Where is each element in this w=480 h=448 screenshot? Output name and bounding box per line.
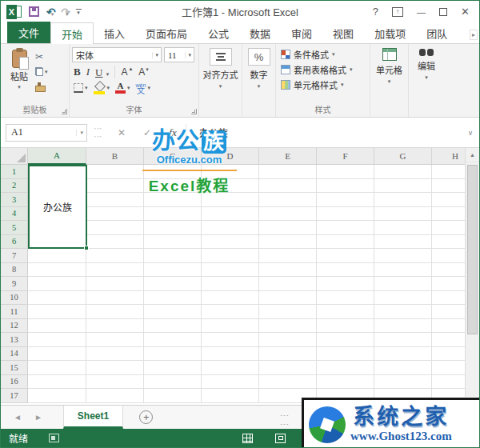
- bold-button[interactable]: B: [74, 66, 81, 78]
- formula-bar-splitter[interactable]: ⋮⋮: [87, 125, 109, 141]
- ribbon-display-options-button[interactable]: ↑: [392, 7, 403, 17]
- cell-A11[interactable]: [28, 305, 86, 319]
- ribbon-tab[interactable]: 视图: [322, 22, 364, 43]
- cell-G8[interactable]: [374, 263, 432, 278]
- undo-dropdown-icon[interactable]: ▾: [51, 11, 54, 17]
- enter-button[interactable]: ✓: [134, 127, 160, 138]
- cell-A7[interactable]: [28, 249, 86, 263]
- cell-B5[interactable]: [86, 221, 144, 235]
- cell-D5[interactable]: [202, 221, 259, 235]
- new-sheet-button[interactable]: +: [139, 410, 153, 424]
- cell-E7[interactable]: [259, 249, 317, 263]
- row-header-3[interactable]: 3: [1, 193, 28, 207]
- row-header-6[interactable]: 6: [1, 235, 28, 250]
- cell-B14[interactable]: [86, 347, 144, 362]
- cell-F16[interactable]: [317, 375, 374, 390]
- cell-D1[interactable]: [202, 165, 259, 179]
- tab-scrollbar-splitter[interactable]: ⋮⋮: [282, 411, 286, 429]
- cell-B8[interactable]: [86, 263, 144, 278]
- cell-G14[interactable]: [374, 347, 432, 362]
- cell-F1[interactable]: [317, 165, 374, 179]
- column-header-A[interactable]: A: [28, 148, 86, 165]
- cell-B13[interactable]: [86, 333, 144, 347]
- cell-F9[interactable]: [317, 277, 374, 291]
- cell-D6[interactable]: [202, 235, 259, 250]
- format-as-table-button[interactable]: 套用表格格式▾: [281, 63, 367, 76]
- tabs-overflow-icon[interactable]: ▸: [470, 30, 478, 40]
- cell-A14[interactable]: [28, 347, 86, 362]
- row-header-14[interactable]: 14: [1, 347, 28, 362]
- scrollbar-thumb[interactable]: [467, 165, 478, 334]
- copy-button[interactable]: ▾: [35, 66, 48, 78]
- ribbon-tab[interactable]: 公式: [198, 22, 239, 43]
- page-layout-view-icon[interactable]: [275, 434, 286, 443]
- borders-button[interactable]: ▾: [74, 82, 88, 94]
- cell-C10[interactable]: [144, 291, 202, 306]
- formula-input[interactable]: 办公族: [186, 124, 462, 142]
- sheet-tab-sheet1[interactable]: Sheet1: [63, 406, 123, 429]
- cell-E16[interactable]: [259, 375, 317, 390]
- cell-D12[interactable]: [202, 319, 259, 334]
- cell-G16[interactable]: [374, 375, 432, 390]
- cell-C2[interactable]: [144, 179, 202, 194]
- cell-C4[interactable]: [144, 207, 202, 222]
- fill-handle[interactable]: [84, 246, 89, 250]
- cell-B15[interactable]: [86, 361, 144, 375]
- cells-button[interactable]: 单元格 ▾: [370, 44, 408, 117]
- select-all-button[interactable]: [1, 148, 28, 165]
- cell-G12[interactable]: [374, 319, 432, 334]
- cell-D7[interactable]: [202, 249, 259, 263]
- cell-G10[interactable]: [374, 291, 432, 306]
- cell-E5[interactable]: [259, 221, 317, 235]
- ribbon-tab[interactable]: 加载项: [364, 22, 416, 43]
- cell-B6[interactable]: [86, 235, 144, 250]
- cell-A12[interactable]: [28, 319, 86, 334]
- row-header-15[interactable]: 15: [1, 361, 28, 375]
- column-header-C[interactable]: C: [144, 148, 202, 165]
- cell-D17[interactable]: [202, 389, 259, 403]
- cell-G13[interactable]: [374, 333, 432, 347]
- font-name-combo[interactable]: 宋体▾: [72, 47, 162, 62]
- cell-B1[interactable]: [86, 165, 144, 179]
- cell-A10[interactable]: [28, 291, 86, 306]
- chevron-down-icon[interactable]: ▾: [76, 130, 86, 136]
- cell-F8[interactable]: [317, 263, 374, 278]
- row-header-7[interactable]: 7: [1, 249, 28, 263]
- row-header-9[interactable]: 9: [1, 277, 28, 291]
- macro-record-icon[interactable]: [49, 434, 59, 442]
- customize-qat-button[interactable]: ▾: [76, 9, 82, 14]
- clipboard-dialog-launcher-icon[interactable]: [62, 109, 67, 114]
- ribbon-tab[interactable]: 页面布局: [135, 22, 198, 43]
- save-icon[interactable]: [29, 6, 39, 17]
- tab-file[interactable]: 文件: [7, 22, 50, 43]
- cell-D8[interactable]: [202, 263, 259, 278]
- cell-F10[interactable]: [317, 291, 374, 306]
- cell-C8[interactable]: [144, 263, 202, 278]
- row-header-5[interactable]: 5: [1, 221, 28, 235]
- cell-A16[interactable]: [28, 375, 86, 390]
- cell-B12[interactable]: [86, 319, 144, 334]
- cell-B17[interactable]: [86, 389, 144, 403]
- cell-G15[interactable]: [374, 361, 432, 375]
- cell-B9[interactable]: [86, 277, 144, 291]
- cell-F7[interactable]: [317, 249, 374, 263]
- cell-G11[interactable]: [374, 305, 432, 319]
- expand-formula-bar-icon[interactable]: ∨: [462, 129, 479, 137]
- vertical-scrollbar[interactable]: ▲: [465, 148, 479, 397]
- row-header-12[interactable]: 12: [1, 319, 28, 334]
- cell-B16[interactable]: [86, 375, 144, 390]
- cell-B11[interactable]: [86, 305, 144, 319]
- cell-B4[interactable]: [86, 207, 144, 222]
- cell-D16[interactable]: [202, 375, 259, 390]
- cell-A8[interactable]: [28, 263, 86, 278]
- column-header-F[interactable]: F: [317, 148, 374, 165]
- cell-C16[interactable]: [144, 375, 202, 390]
- cell-C9[interactable]: [144, 277, 202, 291]
- cell-C11[interactable]: [144, 305, 202, 319]
- cell-E8[interactable]: [259, 263, 317, 278]
- cell-C7[interactable]: [144, 249, 202, 263]
- cell-F13[interactable]: [317, 333, 374, 347]
- underline-button[interactable]: U ▾: [95, 65, 109, 79]
- ribbon-tab[interactable]: 数据: [239, 22, 281, 43]
- increase-font-button[interactable]: A▲: [121, 66, 133, 78]
